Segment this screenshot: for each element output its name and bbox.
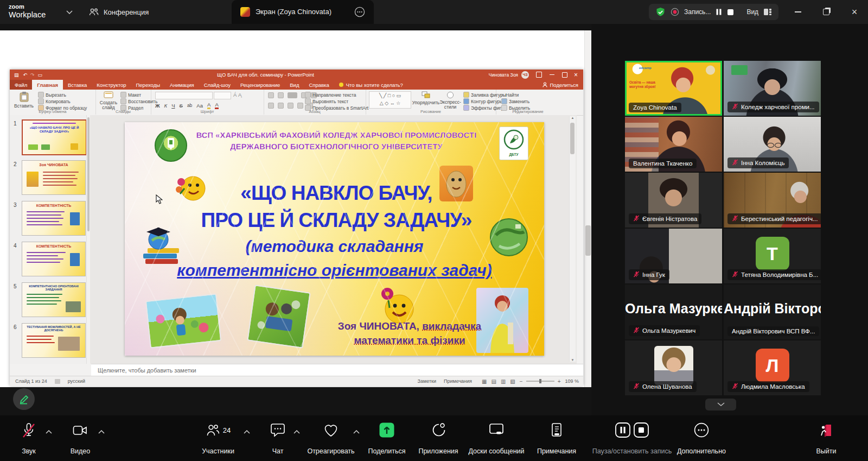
grow-font-button[interactable]: А́ А̗ [233, 92, 241, 98]
slide-thumbnail-4[interactable]: КОМПЕТЕНТНІСТЬ [22, 242, 86, 276]
ppt-close-button[interactable]: × [574, 71, 578, 79]
slide-canvas[interactable]: ДБТУ ВСП «ХАРКІВСЬКИЙ ФАХОВИЙ КОЛЕДЖ ХАР… [90, 115, 577, 364]
redo-icon[interactable]: ↷ [30, 72, 35, 78]
ppt-tab-animations[interactable]: Анимация [165, 80, 199, 90]
italic-button[interactable]: К [164, 103, 168, 109]
copy-button[interactable]: Копировать [38, 98, 71, 104]
participant-tile-inna-k[interactable]: Інна Коломієць [724, 117, 821, 172]
slide-thumbnail-5[interactable]: КОМПЕТЕНТНІСНО ОРІЄНТОВАНІ ЗАВДАННЯ [22, 282, 86, 317]
participant-tile-andrii[interactable]: Андрій Вікторо... Андрій Вікторович ВСП … [724, 285, 821, 339]
view-normal-icon[interactable]: ▦ [482, 378, 487, 384]
shared-screen-scrollbar[interactable] [584, 30, 592, 387]
new-slide-button[interactable]: Создать слайд [99, 91, 118, 111]
participants-options-chevron[interactable] [244, 430, 250, 434]
slideshow-icon[interactable]: ▭ [38, 72, 43, 78]
chevron-down-icon[interactable] [66, 10, 73, 14]
underline-button[interactable]: Ч [171, 103, 175, 109]
layout-button[interactable]: Макет [120, 92, 141, 98]
bold-button[interactable]: Ж [155, 103, 160, 109]
participant-tile-olena[interactable]: Олена Шуванова [625, 340, 722, 395]
ppt-minimize-button[interactable] [550, 74, 554, 75]
char-spacing-button[interactable]: ab [187, 103, 192, 108]
view-sorter-icon[interactable]: ▤ [491, 378, 496, 384]
shapes-gallery[interactable]: ╲ ╱ □ ○ ▭ △ ◇ ↔ ☆ [369, 91, 411, 109]
pause-recording-icon[interactable] [716, 8, 722, 16]
spellcheck-icon[interactable] [55, 379, 60, 384]
pause-record-icon[interactable] [615, 422, 630, 438]
ppt-tab-home[interactable]: Главная [32, 80, 63, 90]
strikethrough-button[interactable]: S [180, 103, 183, 109]
tab-screen-share[interactable]: Экран (Zoya Chinovata) [232, 0, 374, 24]
tab-options-icon[interactable] [354, 7, 365, 17]
view-button-label[interactable]: Вид [746, 8, 758, 16]
ppt-tab-design[interactable]: Конструктор [92, 80, 131, 90]
zoom-in-button[interactable]: + [558, 378, 561, 384]
view-slideshow-icon[interactable]: ▧ [510, 378, 515, 384]
ppt-tab-review[interactable]: Рецензирование [235, 80, 285, 90]
window-restore-button[interactable] [818, 4, 834, 20]
ppt-tab-slideshow[interactable]: Слайд-шоу [199, 80, 235, 90]
ribbon-options-icon[interactable] [536, 72, 542, 78]
save-icon[interactable]: ▤ [14, 72, 19, 78]
slide-thumbnail-2[interactable]: Зоя ЧИНОВАТА [22, 160, 86, 195]
participant-tile-liudmyla[interactable]: Л Людмила Масловська [724, 340, 821, 395]
slide-scrollbar[interactable]: ▲ ▼ [569, 116, 576, 362]
zoom-level[interactable]: 109 % [565, 378, 579, 384]
ppt-tell-me[interactable]: Что вы хотите сделать? [334, 80, 408, 90]
video-button[interactable]: Видео [59, 422, 102, 455]
participant-tile-valentyna[interactable]: Валентина Ткаченко [625, 117, 722, 172]
more-button[interactable]: Дополнительно [663, 422, 739, 455]
slide-thumbnail-3[interactable]: КОМПЕТЕНТНІСТЬ [22, 201, 86, 236]
paste-button[interactable]: Вставить [14, 91, 34, 109]
stop-record-icon[interactable] [634, 422, 649, 438]
change-case-button[interactable]: Аа [196, 103, 203, 109]
notes-button[interactable]: Примечания [524, 422, 589, 455]
font-size-dropdown[interactable] [214, 92, 231, 99]
comments-toggle[interactable]: Примечания [444, 378, 472, 384]
participant-tile-yevheniia[interactable]: Євгенія Ністратова [625, 173, 722, 228]
audio-button[interactable]: Звук [7, 422, 50, 455]
view-layout-icon[interactable] [763, 8, 772, 16]
ppt-restore-button[interactable] [562, 72, 567, 78]
text-direction-button[interactable]: Направление текста [305, 92, 356, 98]
slide-thumbnail-1[interactable]: «ЩО НАВКЛО БАЧУ, ПРО ЦЕ Й СКЛАДУ ЗАДАЧУ» [22, 119, 87, 155]
align-text-button[interactable]: Выровнять текст [305, 98, 348, 104]
window-minimize-button[interactable] [790, 4, 806, 20]
participants-button[interactable]: 24 Участники [184, 422, 252, 455]
zoom-out-button[interactable]: − [520, 378, 523, 384]
annotate-button[interactable] [13, 388, 35, 410]
current-slide[interactable]: ДБТУ ВСП «ХАРКІВСЬКИЙ ФАХОВИЙ КОЛЕДЖ ХАР… [125, 122, 544, 356]
arrange-button[interactable]: Упорядочить [413, 91, 438, 105]
undo-icon[interactable]: ↶ [23, 72, 28, 78]
ppt-tab-help[interactable]: Справка [304, 80, 334, 90]
slide-thumbnail-6[interactable]: ТЕСТУВАННЯ МОЖЛИВОСТЕЙ, А НЕ ДОСЯГНЕНЬ [22, 323, 86, 358]
chat-button[interactable]: Чат [256, 422, 299, 455]
zoom-slider[interactable] [526, 381, 554, 382]
quick-styles-button[interactable]: Экспресс-стили [438, 91, 462, 110]
security-shield-icon[interactable] [655, 7, 666, 17]
reactions-options-chevron[interactable] [353, 430, 360, 434]
stop-recording-icon[interactable] [727, 9, 734, 16]
participant-tile-inna-huk[interactable]: Інна Гук [625, 229, 722, 283]
ppt-tab-file[interactable]: Файл [10, 80, 32, 90]
window-close-button[interactable]: × [846, 4, 863, 20]
ppt-tab-transitions[interactable]: Переходы [131, 80, 165, 90]
ppt-share-button[interactable]: Поделиться [538, 80, 583, 90]
thumbnails-scrollbar[interactable] [86, 115, 90, 364]
ppt-tab-view[interactable]: Вид [285, 80, 304, 90]
tab-conference[interactable]: Конференция [81, 0, 156, 24]
participant-tile-zoya[interactable]: edcamp Освіта — наша могутня зброя! Zoya… [625, 61, 722, 116]
notes-toggle[interactable]: Заметки [418, 378, 436, 384]
highlight-button[interactable]: А [207, 102, 210, 109]
font-name-dropdown[interactable] [155, 92, 213, 99]
reactions-button[interactable]: Отреагировать [298, 422, 363, 455]
participant-tile-olha[interactable]: Ольга Мазурке... Ольга Мазуркевич [625, 285, 722, 339]
ppt-user-avatar[interactable]: ЧЗ [521, 71, 529, 79]
view-reading-icon[interactable]: ▥ [501, 378, 506, 384]
language-indicator[interactable]: русский [68, 378, 85, 384]
notes-pane[interactable]: Щелкните, чтобы добавить заметки [91, 364, 583, 376]
audio-options-chevron[interactable] [46, 430, 52, 434]
replace-button[interactable]: Заменить [501, 98, 529, 104]
find-button[interactable]: ⌕Найти [501, 92, 519, 98]
participant-tile-koledzh[interactable]: Коледж харчової проми... [724, 61, 821, 116]
